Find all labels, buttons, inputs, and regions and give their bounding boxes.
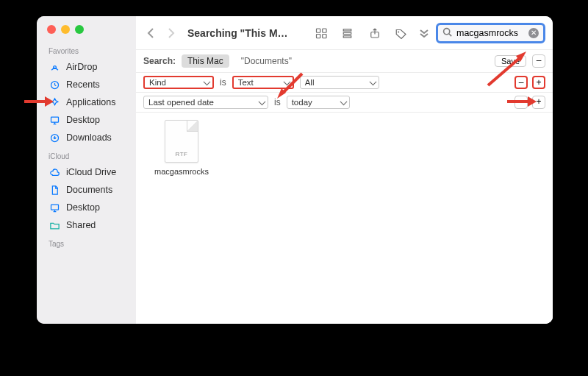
save-search-button[interactable]: Save [495, 55, 526, 67]
sidebar-item-shared[interactable]: Shared [37, 216, 136, 234]
sidebar-section-favorites: Favorites [37, 41, 136, 58]
sidebar-item-label: Desktop [66, 115, 100, 125]
download-icon [49, 132, 60, 143]
svg-rect-9 [343, 29, 351, 30]
criteria-remove-button[interactable]: – [514, 76, 528, 89]
sidebar-item-applications[interactable]: Applications [37, 93, 136, 111]
apps-icon [49, 96, 60, 108]
share-button[interactable] [365, 24, 384, 42]
group-by-button[interactable] [339, 24, 358, 42]
sidebar: Favorites AirDrop Recents Applications D… [37, 16, 136, 324]
clock-icon [49, 79, 60, 91]
back-button[interactable] [143, 24, 158, 42]
sidebar-item-label: iCloud Drive [66, 167, 116, 177]
search-field-wrap: ✕ [436, 23, 545, 43]
sidebar-item-downloads[interactable]: Downloads [37, 129, 136, 146]
sidebar-item-icloud-desktop[interactable]: Desktop [37, 199, 136, 216]
sidebar-item-label: Desktop [66, 202, 100, 213]
clear-search-button[interactable]: ✕ [528, 28, 539, 38]
scope-documents[interactable]: "Documents" [235, 54, 298, 68]
sidebar-section-icloud: iCloud [37, 146, 136, 163]
cloud-icon [49, 166, 60, 178]
svg-rect-8 [323, 34, 326, 38]
criteria-field-select[interactable]: Last opened date [143, 96, 268, 109]
sidebar-item-label: AirDrop [66, 62, 97, 72]
criteria-row-1: Kind is Text All – + [136, 73, 553, 93]
file-icon: RTF [165, 120, 198, 163]
sidebar-item-documents[interactable]: Documents [37, 181, 136, 199]
search-input[interactable] [456, 28, 524, 38]
scope-this-mac[interactable]: This Mac [182, 54, 229, 68]
criteria-add-button[interactable]: + [532, 76, 545, 89]
svg-rect-4 [51, 205, 58, 210]
criteria-extra-select[interactable]: All [300, 76, 379, 89]
sidebar-item-label: Downloads [66, 132, 112, 143]
criteria-add-button[interactable]: + [532, 96, 545, 109]
finder-window: Favorites AirDrop Recents Applications D… [37, 16, 553, 324]
tags-button[interactable] [392, 24, 411, 42]
window-title: Searching "This M… [187, 27, 288, 39]
search-scope-bar: Search: This Mac "Documents" Save – [136, 50, 553, 73]
close-window-button[interactable] [47, 25, 56, 34]
sidebar-item-icloud-drive[interactable]: iCloud Drive [37, 163, 136, 181]
sidebar-item-label: Shared [66, 220, 96, 230]
criteria-value-select[interactable]: Text [232, 76, 294, 89]
remove-search-button[interactable]: – [532, 54, 545, 68]
toolbar-overflow-button[interactable] [418, 28, 430, 38]
search-icon [442, 26, 452, 40]
airdrop-icon [49, 61, 60, 73]
sidebar-section-tags: Tags [37, 234, 136, 251]
toolbar: Searching "This M… ✕ [136, 16, 553, 50]
sidebar-item-label: Documents [66, 185, 112, 195]
main-pane: Searching "This M… ✕ Search: This Mac [136, 16, 553, 324]
svg-rect-7 [317, 34, 320, 38]
window-controls [37, 16, 136, 41]
svg-rect-11 [343, 35, 351, 37]
sidebar-item-label: Applications [66, 97, 115, 107]
svg-point-13 [398, 31, 399, 32]
sidebar-item-airdrop[interactable]: AirDrop [37, 58, 136, 76]
icon-view-button[interactable] [312, 24, 331, 42]
criteria-pm-group: – + [514, 76, 545, 89]
sidebar-item-desktop[interactable]: Desktop [37, 111, 136, 129]
svg-rect-10 [343, 32, 351, 34]
svg-rect-2 [51, 117, 58, 122]
zoom-window-button[interactable] [75, 25, 84, 34]
criteria-row-2: Last opened date is today – + [136, 93, 553, 113]
desktop-icon [49, 114, 60, 126]
sidebar-item-recents[interactable]: Recents [37, 76, 136, 93]
minimize-window-button[interactable] [61, 25, 70, 34]
results-area: RTF macgasmrocks [136, 113, 553, 324]
criteria-pm-group: – + [514, 96, 545, 109]
criteria-operator: is [220, 77, 226, 88]
criteria-operator: is [274, 97, 281, 107]
file-name: macgasmrocks [152, 167, 211, 176]
criteria-remove-button[interactable]: – [514, 96, 528, 109]
svg-rect-5 [317, 29, 320, 32]
criteria-field-select[interactable]: Kind [143, 76, 214, 89]
sidebar-item-label: Recents [66, 79, 100, 90]
desktop-icon [49, 202, 60, 213]
file-ext-badge: RTF [165, 151, 198, 157]
svg-rect-6 [323, 29, 326, 32]
forward-button[interactable] [164, 24, 179, 42]
svg-point-14 [444, 28, 450, 34]
document-icon [49, 184, 60, 196]
criteria-value-select[interactable]: today [287, 96, 350, 109]
search-label: Search: [143, 56, 176, 66]
folder-icon [49, 219, 60, 231]
file-item[interactable]: RTF macgasmrocks [152, 120, 211, 176]
